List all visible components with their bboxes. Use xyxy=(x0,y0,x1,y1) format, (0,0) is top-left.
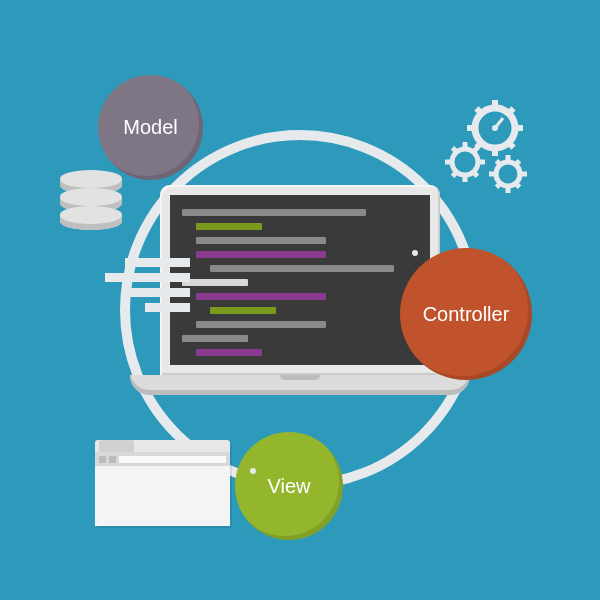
controller-label: Controller xyxy=(423,303,510,326)
code-bars-icon xyxy=(105,258,190,312)
gears-icon xyxy=(440,100,550,204)
svg-rect-13 xyxy=(463,175,468,182)
connector-dot xyxy=(198,162,204,168)
connector-dot xyxy=(412,250,418,256)
svg-rect-21 xyxy=(506,155,511,162)
laptop-code-icon xyxy=(160,185,440,395)
view-label: View xyxy=(268,475,311,498)
svg-rect-1 xyxy=(492,100,498,109)
svg-rect-4 xyxy=(467,125,476,131)
mvc-diagram: Model Controller View xyxy=(0,0,600,600)
svg-rect-15 xyxy=(445,160,452,165)
svg-rect-14 xyxy=(478,160,485,165)
svg-rect-2 xyxy=(492,147,498,156)
view-node: View xyxy=(235,432,343,540)
database-icon xyxy=(60,170,122,230)
code-editor xyxy=(170,195,430,365)
svg-rect-3 xyxy=(514,125,523,131)
svg-rect-23 xyxy=(520,172,527,177)
svg-point-10 xyxy=(492,125,498,131)
svg-rect-22 xyxy=(506,186,511,193)
connector-dot xyxy=(250,468,256,474)
model-label: Model xyxy=(123,116,177,139)
svg-rect-12 xyxy=(463,142,468,149)
svg-rect-24 xyxy=(489,172,496,177)
model-node: Model xyxy=(98,75,203,180)
controller-node: Controller xyxy=(400,248,532,380)
browser-window-icon xyxy=(95,440,230,526)
